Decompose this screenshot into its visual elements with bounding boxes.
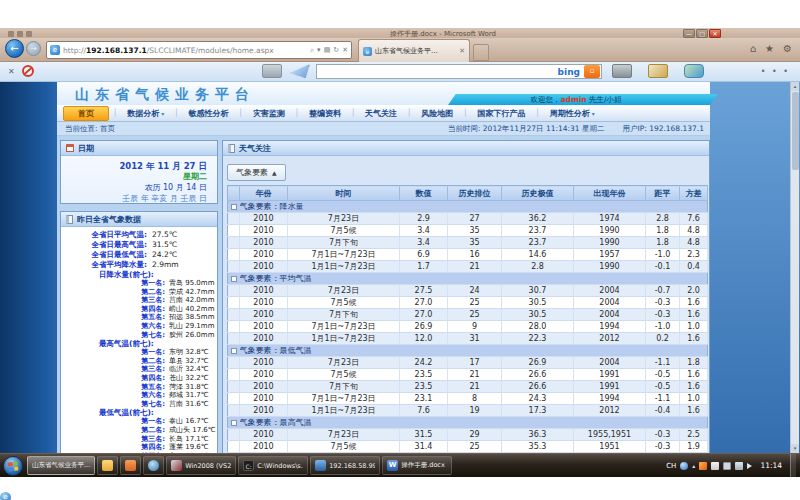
send-icon[interactable] <box>290 64 310 78</box>
window-controls[interactable]: — □ ✕ <box>683 29 721 38</box>
nav-item-2[interactable]: 数据分析▾ <box>117 108 174 119</box>
nav-item-1[interactable]: 首页 <box>63 106 109 121</box>
minimize-icon[interactable]: — <box>683 29 695 38</box>
autocomplete-dropdown-icon[interactable]: ▾ <box>317 46 321 54</box>
cell: -0.4 <box>646 405 680 417</box>
start-button[interactable] <box>3 456 23 476</box>
rank-value: 临沂 32.4℃ <box>169 365 209 374</box>
column-header: 距平 <box>646 186 680 201</box>
nav-item-5[interactable]: 整编资料 <box>299 108 351 119</box>
vm-icon <box>171 460 182 471</box>
row-checkbox-cell <box>228 225 240 237</box>
camera-icon[interactable] <box>612 64 632 78</box>
cell: 2010 <box>240 357 288 369</box>
compatibility-icon[interactable]: ▤ <box>324 46 331 54</box>
search-go-button[interactable]: ▫ <box>584 65 600 78</box>
language-indicator[interactable]: CH <box>666 462 676 470</box>
blocked-icon <box>22 65 34 77</box>
taskbar-item-6[interactable]: C:C:\Windows\s... <box>238 456 308 475</box>
nav-item-7[interactable]: 风险地图 <box>411 108 463 119</box>
nav-item-9[interactable]: 周期性分析▾ <box>540 108 605 119</box>
cell: 26.6 <box>502 381 574 393</box>
tools-gear-icon[interactable]: ⚙ <box>783 43 792 54</box>
volume-icon[interactable] <box>747 463 752 469</box>
group-checkbox[interactable] <box>231 348 237 354</box>
cell: 2.8 <box>646 213 680 225</box>
cell: 1.6 <box>680 309 708 321</box>
action-center-flag-icon[interactable] <box>711 462 719 470</box>
page-scrollbar[interactable]: ▴ ▾ <box>790 82 799 453</box>
rank-value: 成山头 17.6℃ <box>169 426 216 435</box>
group-checkbox[interactable] <box>231 276 237 282</box>
search-icon[interactable]: ⌕ <box>310 46 314 54</box>
taskbar-item-3[interactable] <box>120 456 141 475</box>
maximize-icon[interactable]: □ <box>696 29 708 38</box>
scroll-down-icon[interactable]: ▾ <box>791 444 799 453</box>
ganzhi-date: 壬辰 年 辛亥 月 壬辰 日 <box>61 193 207 204</box>
cell: 1月1日~7月23日 <box>288 333 400 345</box>
cell: -0.5 <box>646 369 680 381</box>
table-row: 20107月5候23.52126.61991-0.51.6 <box>228 369 708 381</box>
taskbar-item-4[interactable] <box>143 456 164 475</box>
show-desktop-button[interactable] <box>790 454 796 477</box>
messenger-icon[interactable] <box>680 462 688 470</box>
cell: 1957 <box>574 249 646 261</box>
cell: 21 <box>448 261 502 273</box>
element-filter-button[interactable]: 气象要素 ▲ <box>227 164 286 181</box>
nav-item-3[interactable]: 敏感性分析 <box>178 108 238 119</box>
group-checkbox[interactable] <box>231 420 237 426</box>
stop-icon[interactable]: ✕ <box>342 46 348 54</box>
tray-app-icon[interactable] <box>699 462 707 470</box>
taskbar-item-5[interactable]: Win2008 (VS2... <box>166 456 236 475</box>
share-icon[interactable] <box>684 64 704 78</box>
scroll-up-icon[interactable]: ▴ <box>791 82 799 91</box>
close-toolbar-icon[interactable]: ✕ <box>8 67 15 76</box>
nav-item-8[interactable]: 国家下行产品 <box>468 108 536 119</box>
nav-item-4[interactable]: 灾害监测 <box>243 108 295 119</box>
group-checkbox[interactable] <box>231 204 237 210</box>
refresh-icon[interactable]: ↻ <box>333 46 339 54</box>
back-button[interactable]: ← <box>5 39 24 58</box>
rank-line: 第七名:胶州 26.0mm <box>61 331 217 340</box>
display-icon[interactable] <box>723 462 731 470</box>
search-box[interactable]: bing ▫ <box>316 64 602 79</box>
rank-line: 第二名:荣成 42.7mm <box>61 288 217 297</box>
url-text[interactable]: http://192.168.137.1/SLCCLIMATE/modules/… <box>63 46 310 55</box>
scrollbar-thumb[interactable] <box>792 92 799 170</box>
cell: 2010 <box>240 213 288 225</box>
tray-expand-icon[interactable]: ▴ <box>692 462 695 469</box>
pen-icon[interactable] <box>648 64 668 78</box>
taskbar-item-1[interactable]: e山东省气候业务平... <box>27 456 95 475</box>
cell: 2010 <box>240 393 288 405</box>
rank-value: 莒南 31.6℃ <box>169 400 209 409</box>
mail-icon[interactable] <box>262 64 282 78</box>
browser-tab[interactable]: e 山东省气候业务平... ✕ <box>358 39 470 62</box>
taskbar-item-label: 山东省气候业务平... <box>32 461 90 470</box>
forward-button[interactable]: → <box>26 41 41 56</box>
bing-logo: bing <box>558 67 584 77</box>
more-options-icon[interactable]: • • • <box>761 67 790 76</box>
address-bar[interactable]: e http://192.168.137.1/SLCCLIMATE/module… <box>46 41 352 59</box>
taskbar-item-2[interactable] <box>97 456 118 475</box>
rank-label: 第六名: <box>61 322 165 331</box>
close-icon[interactable]: ✕ <box>709 29 721 38</box>
taskbar-clock[interactable]: 11:14 <box>760 461 782 470</box>
rank-line: 第三名:莒南 42.0mm <box>61 296 217 305</box>
favorites-star-icon[interactable]: ★ <box>765 43 774 54</box>
rank-line: 第三名:长岛 17.1℃ <box>61 435 217 444</box>
tab-close-icon[interactable]: ✕ <box>459 47 465 55</box>
taskbar-item-8[interactable]: W操作手册.docx ... <box>382 456 452 475</box>
chevron-down-icon: ▾ <box>592 110 595 117</box>
cell: 1955,1951 <box>574 429 646 441</box>
taskbar-item-7[interactable]: 192.168.58.99... <box>310 456 380 475</box>
nav-item-6[interactable]: 天气关注 <box>355 108 407 119</box>
rank-label: 第五名: <box>61 383 165 392</box>
network-icon[interactable] <box>735 462 743 470</box>
new-tab-button[interactable] <box>473 44 489 61</box>
tab-title[interactable]: 山东省气候业务平... <box>375 46 457 56</box>
row-checkbox-cell <box>228 393 240 405</box>
home-icon[interactable]: ⌂ <box>750 43 756 54</box>
cell: 2012 <box>574 333 646 345</box>
cell: 30.5 <box>502 309 574 321</box>
stat-label: 全省平均降水量: <box>61 260 147 270</box>
